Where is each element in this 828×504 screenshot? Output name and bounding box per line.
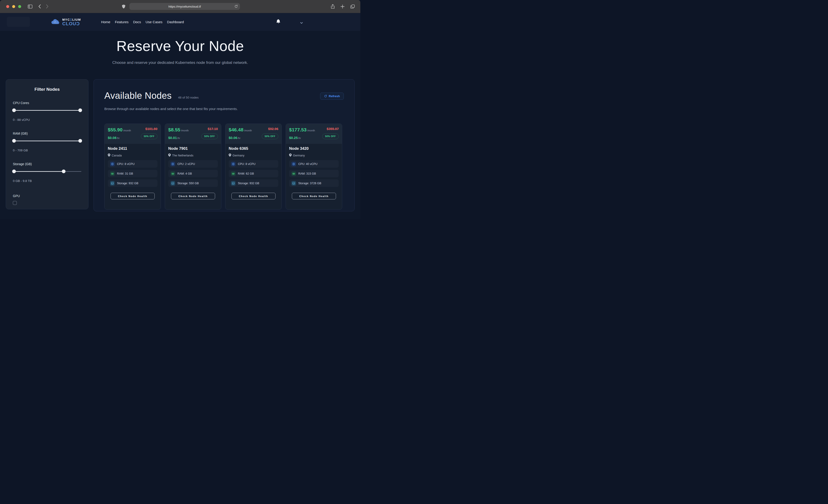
sidebar-toggle-icon[interactable] — [28, 5, 32, 8]
filter-title: Filter Nodes — [13, 87, 81, 92]
card-pricing-header: $55.90/month $0.08/hr $101.80 50% OFF — [105, 124, 161, 143]
cpu-slider-max-handle[interactable] — [78, 109, 82, 112]
original-price: $355.07 — [322, 127, 339, 131]
ram-spec-text: RAM: 315 GB — [298, 172, 316, 175]
node-location: Germany — [289, 154, 339, 157]
ram-slider-min-handle[interactable] — [12, 139, 16, 143]
monthly-price: $46.48/month — [229, 127, 252, 132]
monthly-price: $177.53/month — [289, 127, 315, 132]
hourly-price: $0.08/hr — [108, 136, 131, 140]
nav-item-docs[interactable]: Docs — [133, 20, 141, 24]
new-tab-icon[interactable] — [341, 5, 344, 8]
cpu-spec-text: CPU: 40 vCPU — [298, 162, 317, 166]
nav-item-features[interactable]: Features — [115, 20, 128, 24]
filter-group-storage: Storage (GB) 0 GB - 9.8 TB — [13, 162, 81, 183]
cpu-spec-text: CPU: 2 vCPU — [177, 162, 195, 166]
storage-spec-row: Storage: 550 GB — [168, 179, 218, 187]
window-controls — [6, 5, 21, 8]
storage-icon — [110, 181, 115, 185]
nodes-count: 48 of 50 nodes — [178, 96, 199, 99]
node-name: Node 3420 — [289, 146, 339, 151]
ram-spec-text: RAM: 62 GB — [238, 172, 254, 175]
ram-slider[interactable] — [13, 139, 81, 143]
refresh-button[interactable]: Refresh — [320, 93, 344, 100]
location-pin-icon — [229, 154, 231, 157]
hourly-price: $0.06/hr — [229, 136, 252, 140]
nav-item-home[interactable]: Home — [101, 20, 110, 24]
storage-spec-text: Storage: 932 GB — [117, 182, 138, 185]
storage-slider-max-handle[interactable] — [62, 170, 66, 173]
node-card: $177.53/month $0.25/hr $355.07 50% OFF N… — [286, 124, 342, 210]
storage-spec-text: Storage: 550 GB — [177, 182, 199, 185]
ram-slider-max-handle[interactable] — [78, 139, 82, 143]
check-node-health-button[interactable]: Check Node Health — [292, 193, 336, 199]
card-pricing-header: $177.53/month $0.25/hr $355.07 50% OFF — [286, 124, 342, 143]
forward-button[interactable] — [46, 4, 48, 8]
filter-group-ram: RAM (GB) 0 - 709 GB — [13, 132, 81, 152]
node-card: $46.48/month $0.06/hr $92.96 50% OFF Nod… — [225, 124, 282, 210]
ram-label: RAM (GB) — [13, 132, 81, 135]
monthly-price: $55.90/month — [108, 127, 131, 132]
hourly-price: $0.01/hr — [168, 136, 189, 140]
brand-logo[interactable]: MYCΞLIUM CLOUƆ — [51, 18, 81, 26]
address-bar[interactable]: https://myceliumcloud.tf — [129, 3, 240, 10]
notifications-bell-icon[interactable] — [277, 19, 280, 25]
cpu-icon — [170, 162, 175, 166]
share-icon[interactable] — [331, 4, 335, 9]
gpu-checkbox[interactable] — [13, 201, 17, 205]
cpu-spec-row: CPU: 2 vCPU — [168, 160, 218, 168]
original-price: $17.10 — [201, 127, 218, 131]
monthly-price: $8.55/month — [168, 127, 189, 132]
check-node-health-button[interactable]: Check Node Health — [232, 193, 276, 199]
storage-icon — [291, 181, 296, 185]
nav-item-dashboard[interactable]: Dashboard — [167, 20, 184, 24]
reload-icon[interactable] — [235, 4, 238, 9]
nodes-description: Browse through our available nodes and s… — [104, 107, 344, 111]
cpu-slider-min-handle[interactable] — [12, 109, 16, 112]
ram-range-text: 0 - 709 GB — [13, 149, 81, 152]
refresh-label: Refresh — [329, 94, 340, 98]
node-location: Canada — [108, 154, 157, 157]
location-pin-icon — [168, 154, 171, 157]
storage-icon — [170, 181, 175, 185]
node-cards-row: $55.90/month $0.08/hr $101.80 50% OFF No… — [104, 124, 344, 210]
minimize-window-button[interactable] — [12, 5, 15, 8]
available-nodes-title: Available Nodes — [104, 90, 172, 101]
storage-slider[interactable] — [13, 170, 81, 173]
storage-spec-row: Storage: 932 GB — [229, 179, 278, 187]
node-name: Node 7901 — [168, 146, 218, 151]
discount-badge: 50% OFF — [141, 133, 157, 139]
check-node-health-button[interactable]: Check Node Health — [111, 193, 155, 199]
cpu-cores-slider[interactable] — [13, 109, 81, 112]
page-subtitle: Choose and reserve your dedicated Kubern… — [0, 60, 360, 65]
ram-spec-row: RAM: 62 GB — [229, 170, 278, 177]
storage-spec-row: Storage: 932 GB — [108, 179, 157, 187]
gpu-label: GPU — [13, 194, 81, 198]
node-name: Node 6365 — [229, 146, 278, 151]
hourly-price: $0.25/hr — [289, 136, 315, 140]
refresh-icon — [324, 95, 327, 98]
node-card: $8.55/month $0.01/hr $17.10 50% OFF Node… — [165, 124, 221, 210]
node-card: $55.90/month $0.08/hr $101.80 50% OFF No… — [104, 124, 161, 210]
nav-item-use-cases[interactable]: Use Cases — [146, 20, 162, 24]
storage-slider-min-handle[interactable] — [12, 170, 16, 173]
privacy-shield-icon[interactable] — [122, 5, 125, 8]
ram-spec-text: RAM: 31 GB — [117, 172, 133, 175]
tab-overview-icon[interactable] — [350, 4, 355, 9]
zoom-window-button[interactable] — [18, 5, 21, 8]
navbar-ghost-rect — [7, 17, 30, 27]
check-node-health-button[interactable]: Check Node Health — [171, 193, 215, 199]
storage-icon — [231, 181, 236, 185]
back-button[interactable] — [38, 4, 41, 8]
site-navbar: MYCΞLIUM CLOUƆ Home Features Docs Use Ca… — [0, 13, 360, 31]
storage-spec-row: Storage: 3726 GB — [289, 179, 339, 187]
storage-spec-text: Storage: 932 GB — [238, 182, 259, 185]
node-location: The Netherlands — [168, 154, 218, 157]
cpu-icon — [231, 162, 236, 166]
close-window-button[interactable] — [6, 5, 9, 8]
page: MYCΞLIUM CLOUƆ Home Features Docs Use Ca… — [0, 13, 360, 219]
ram-icon — [231, 171, 236, 176]
cpu-spec-row: CPU: 8 vCPU — [229, 160, 278, 168]
cpu-icon — [291, 162, 296, 166]
account-chevron-down-icon[interactable] — [300, 21, 303, 25]
